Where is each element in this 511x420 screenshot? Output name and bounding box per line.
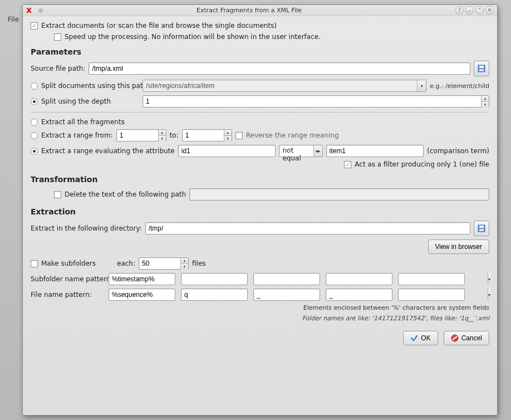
minimize-button[interactable]: ⌄ xyxy=(465,6,474,14)
speed-up-label: Speed up the processing. No information … xyxy=(65,33,321,41)
range-to-input[interactable] xyxy=(183,130,224,141)
extraction-heading: Extraction xyxy=(31,207,489,216)
example-hint: Folder names are like: '1417121917542', … xyxy=(302,315,489,322)
depth-up[interactable]: ▴ xyxy=(481,96,489,102)
dialog-title: Extract Fragments from a XML File xyxy=(43,7,455,14)
titlebar: X Extract Fragments from a XML File ? ⌄ … xyxy=(23,5,497,16)
file-menu[interactable]: File xyxy=(8,16,19,23)
extract-fragments-dialog: X Extract Fragments from a XML File ? ⌄ … xyxy=(22,4,498,416)
view-in-browser-button[interactable]: View in browser xyxy=(428,240,489,254)
dialog-body: Extract documents (or scan the file and … xyxy=(23,16,497,415)
extract-dir-label: Extract in the following directory: xyxy=(31,224,142,232)
files-label: files xyxy=(192,260,206,267)
split-path-label: Split documents using this path: xyxy=(41,82,139,90)
maximize-button[interactable]: ⌃ xyxy=(475,6,484,14)
range-from-input[interactable] xyxy=(117,130,158,141)
app-icon: X xyxy=(26,7,34,14)
to-up[interactable]: ▴ xyxy=(224,130,232,136)
svg-rect-2 xyxy=(479,69,484,71)
parameters-heading: Parameters xyxy=(31,47,489,56)
browse-source-button[interactable] xyxy=(474,61,489,76)
extract-range-label: Extract a range from: xyxy=(41,131,113,139)
cancel-button[interactable]: Cancel xyxy=(444,331,489,345)
filter-one-checkbox[interactable] xyxy=(344,161,351,168)
svg-rect-1 xyxy=(479,66,484,68)
separator xyxy=(31,112,489,113)
extract-all-label: Extract all the fragments xyxy=(41,118,125,126)
each-input[interactable] xyxy=(139,258,180,269)
extract-all-radio[interactable] xyxy=(31,119,38,126)
split-path-hint: e.g.: /element/child xyxy=(430,82,489,90)
file-pattern-label: File name pattern: xyxy=(31,291,103,299)
sysfields-hint: Elements enclosed between '%' characters… xyxy=(303,304,489,311)
split-depth-label: Split using the depth xyxy=(41,97,139,105)
extract-attr-radio[interactable] xyxy=(31,148,38,155)
fp5-dd[interactable]: ▾ xyxy=(488,289,490,300)
extract-dir-input[interactable] xyxy=(145,222,470,235)
file-pattern-5[interactable] xyxy=(399,289,488,300)
to-down[interactable]: ▾ xyxy=(224,136,232,141)
attr-value-input[interactable] xyxy=(326,145,424,157)
cancel-label: Cancel xyxy=(461,334,482,342)
split-depth-input[interactable] xyxy=(143,96,481,107)
help-button[interactable]: ? xyxy=(455,6,464,14)
from-down[interactable]: ▾ xyxy=(159,136,166,141)
attr-hint: (comparison term) xyxy=(427,147,489,155)
save-icon xyxy=(477,224,486,233)
ok-button[interactable]: OK xyxy=(403,331,438,345)
attr-op-select[interactable]: not equal xyxy=(279,145,313,157)
save-icon xyxy=(477,64,486,73)
attr-op-dropdown[interactable]: ◂▸ xyxy=(313,145,322,157)
split-path-dropdown[interactable]: ▾ xyxy=(417,80,426,91)
reverse-range-checkbox[interactable] xyxy=(235,132,243,139)
split-path-input[interactable] xyxy=(143,80,417,91)
extract-documents-checkbox[interactable] xyxy=(31,22,38,30)
split-depth-radio[interactable] xyxy=(31,98,38,105)
make-subfolders-label: Make subfolders xyxy=(41,260,114,267)
delete-text-checkbox[interactable] xyxy=(54,191,61,198)
check-icon xyxy=(410,334,418,342)
filter-one-label: Act as a filter producing only 1 (one) f… xyxy=(355,160,489,168)
subfolder-pattern-5[interactable] xyxy=(399,274,488,285)
secondary-app-icon xyxy=(38,8,43,13)
svg-rect-4 xyxy=(479,226,484,228)
make-subfolders-checkbox[interactable] xyxy=(31,260,38,267)
cancel-icon xyxy=(451,334,459,342)
attr-name-input[interactable] xyxy=(178,145,276,157)
each-up[interactable]: ▴ xyxy=(181,258,188,264)
split-path-radio[interactable] xyxy=(31,82,38,90)
sub-p5-dd[interactable]: ▾ xyxy=(488,274,490,285)
source-file-input[interactable] xyxy=(89,62,470,75)
delete-path-input[interactable] xyxy=(189,188,489,201)
each-down[interactable]: ▾ xyxy=(181,264,188,270)
source-file-label: Source file path: xyxy=(31,65,85,72)
range-to-label: to: xyxy=(170,131,179,139)
view-in-browser-label: View in browser xyxy=(435,243,482,251)
transformation-heading: Transformation xyxy=(31,175,489,184)
extract-attr-label: Extract a range evaluating the attribute xyxy=(41,147,175,155)
extract-documents-label: Extract documents (or scan the file and … xyxy=(41,22,277,30)
each-label: each: xyxy=(117,260,135,267)
svg-rect-5 xyxy=(479,229,484,231)
ok-label: OK xyxy=(421,334,430,342)
delete-text-label: Delete the text of the following path xyxy=(65,191,186,198)
subfolder-pattern-label: Subfolder name pattern: xyxy=(31,275,103,283)
speed-up-checkbox[interactable] xyxy=(54,33,61,41)
depth-down[interactable]: ▾ xyxy=(481,102,489,108)
extract-range-radio[interactable] xyxy=(31,132,38,139)
from-up[interactable]: ▴ xyxy=(159,130,166,136)
reverse-range-label: Reverse the range meaning xyxy=(246,131,339,139)
close-button[interactable]: ✕ xyxy=(485,6,494,14)
browse-dir-button[interactable] xyxy=(474,221,489,236)
